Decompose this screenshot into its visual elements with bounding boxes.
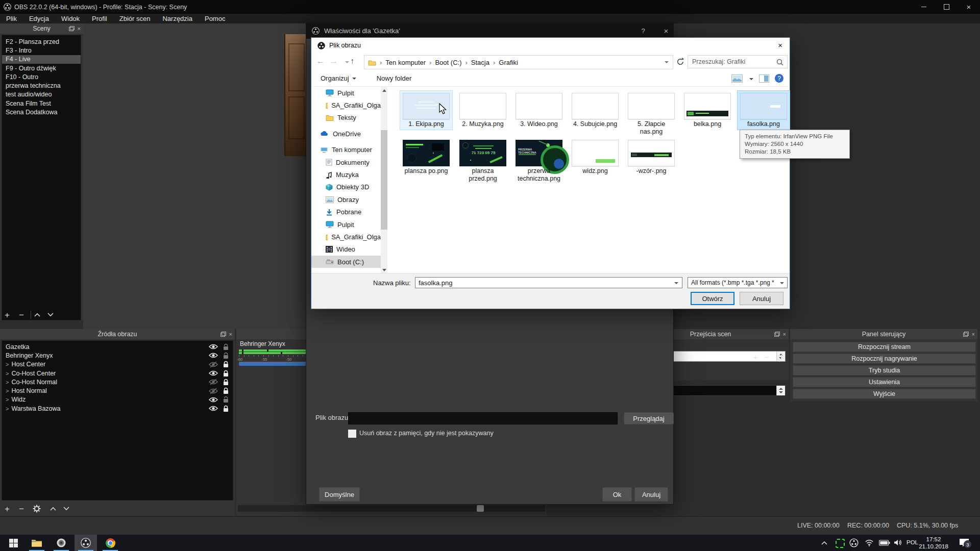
menu-profil[interactable]: Profil bbox=[86, 14, 113, 23]
sidebar-item-dokumenty[interactable]: Dokumenty bbox=[311, 156, 381, 168]
hidden-eye-icon[interactable] bbox=[208, 361, 218, 368]
source-properties-gear-icon[interactable] bbox=[33, 505, 41, 513]
dialog-help-button[interactable]: ? bbox=[635, 27, 651, 35]
start-button[interactable] bbox=[2, 535, 24, 551]
visible-eye-icon[interactable] bbox=[208, 343, 218, 350]
sidebar-item-sa-grafiki[interactable]: SA_Grafiki_Olga bbox=[311, 99, 381, 111]
source-row[interactable]: > Host Center bbox=[2, 360, 233, 369]
source-down-button[interactable] bbox=[62, 506, 70, 511]
battery-icon[interactable] bbox=[879, 540, 890, 546]
breadcrumb-item[interactable]: Ten komputer bbox=[385, 59, 426, 66]
visible-eye-icon[interactable] bbox=[208, 396, 218, 403]
browse-button[interactable]: Przeglądaj bbox=[624, 412, 674, 424]
sidebar-item-pulpit-2[interactable]: Pulpit bbox=[311, 218, 381, 231]
dock-float-icon[interactable] bbox=[220, 332, 226, 337]
source-row[interactable]: > Warstwa Bazowa bbox=[2, 404, 233, 413]
dock-close-icon[interactable]: × bbox=[229, 331, 232, 337]
up-icon[interactable]: ↑ bbox=[350, 57, 354, 66]
scene-row[interactable]: test audio/wideo bbox=[2, 90, 81, 99]
taskbar-chrome[interactable] bbox=[99, 535, 121, 551]
forward-icon[interactable]: → bbox=[330, 57, 338, 66]
filetype-select[interactable]: All formats (*.bmp *.tga *.png * bbox=[688, 277, 788, 288]
tray-obs-icon[interactable] bbox=[849, 538, 859, 547]
sidebar-item-pobrane[interactable]: Pobrane bbox=[311, 206, 381, 218]
add-transition-button[interactable]: + bbox=[753, 353, 758, 363]
organize-menu[interactable]: Organizuj bbox=[321, 74, 349, 82]
volume-icon[interactable] bbox=[894, 539, 903, 546]
sidebar-item-muzyka[interactable]: Muzyka bbox=[311, 168, 381, 181]
file-item-fasolka[interactable]: fasolka.png bbox=[738, 91, 790, 130]
filename-input[interactable]: fasolka.png bbox=[415, 277, 682, 288]
hidden-eye-icon[interactable] bbox=[208, 379, 218, 385]
dock-float-icon[interactable] bbox=[774, 332, 780, 337]
expand-icon[interactable]: > bbox=[6, 396, 9, 403]
scroll-up-icon[interactable] bbox=[382, 89, 386, 92]
unlocked-icon[interactable] bbox=[222, 396, 230, 403]
locked-icon[interactable] bbox=[222, 370, 230, 377]
source-row[interactable]: > Widz bbox=[2, 395, 233, 404]
menu-pomoc[interactable]: Pomoc bbox=[199, 14, 231, 23]
settings-button[interactable]: Ustawienia bbox=[793, 377, 976, 387]
scene-down-button[interactable] bbox=[46, 312, 55, 317]
taskbar-clock[interactable]: 17:52 21.10.2018 bbox=[915, 536, 952, 550]
address-dropdown-caret-icon[interactable] bbox=[665, 61, 669, 63]
sidebar-item-onedrive[interactable]: OneDrive bbox=[311, 128, 381, 140]
sidebar-item-boot-c[interactable]: Boot (C:) bbox=[311, 256, 381, 268]
sidebar-scrollbar[interactable] bbox=[381, 87, 387, 274]
breadcrumb-item[interactable]: Boot (C:) bbox=[435, 59, 461, 66]
mixer-scrollbar[interactable] bbox=[238, 505, 545, 512]
transition-gear-icon[interactable] bbox=[775, 354, 783, 362]
start-recording-button[interactable]: Rozpocznij nagrywanie bbox=[793, 354, 976, 364]
scene-row[interactable]: Scena Dodatkowa bbox=[2, 108, 81, 116]
back-icon[interactable]: ← bbox=[316, 57, 325, 66]
taskbar-obs-active[interactable] bbox=[75, 535, 97, 551]
visible-eye-icon[interactable] bbox=[208, 405, 218, 412]
scene-row[interactable]: Scena Film Test bbox=[2, 99, 81, 108]
hidden-eye-icon[interactable] bbox=[208, 388, 218, 394]
source-row[interactable]: Gazetka bbox=[2, 342, 233, 351]
source-row[interactable]: > Co-Host Normal bbox=[2, 378, 233, 386]
start-stream-button[interactable]: Rozpocznij stream bbox=[793, 342, 976, 352]
sidebar-item-pulpit[interactable]: Pulpit bbox=[311, 87, 381, 99]
dock-float-icon[interactable] bbox=[69, 26, 75, 31]
maximize-button[interactable] bbox=[935, 0, 958, 14]
scene-row[interactable]: F3 - Intro bbox=[2, 46, 81, 55]
visible-eye-icon[interactable] bbox=[208, 352, 218, 359]
source-row[interactable]: Behringer Xenyx bbox=[2, 351, 233, 360]
breadcrumb-item[interactable]: Grafiki bbox=[499, 59, 518, 66]
sidebar-item-obrazy[interactable]: Obrazy bbox=[311, 193, 381, 206]
scene-row[interactable]: F10 - Outro bbox=[2, 72, 81, 81]
new-folder-button[interactable]: Nowy folder bbox=[377, 74, 412, 82]
visible-eye-icon[interactable] bbox=[208, 370, 218, 377]
scene-row[interactable]: F2 - Plansza przed bbox=[2, 37, 81, 46]
mixer-scrollbar-grip[interactable] bbox=[477, 505, 484, 512]
taskbar-file-explorer[interactable] bbox=[26, 535, 48, 551]
locked-icon[interactable] bbox=[222, 361, 230, 368]
remove-transition-button[interactable]: − bbox=[764, 353, 769, 363]
locked-icon[interactable] bbox=[222, 405, 230, 412]
source-row[interactable]: > Host Normal bbox=[2, 386, 233, 395]
menu-plik[interactable]: Plik bbox=[0, 14, 23, 23]
view-options-caret-icon[interactable] bbox=[749, 78, 753, 80]
sidebar-item-wideo[interactable]: Wideo bbox=[311, 243, 381, 256]
search-input[interactable]: Przeszukaj: Grafiki bbox=[688, 55, 788, 68]
locked-icon[interactable] bbox=[222, 387, 230, 394]
dialog-close-icon[interactable]: × bbox=[778, 41, 782, 49]
sidebar-item-teksty[interactable]: Teksty bbox=[311, 112, 381, 124]
sidebar-item-obiekty-3d[interactable]: Obiekty 3D bbox=[311, 181, 381, 193]
cancel-button[interactable]: Anuluj bbox=[740, 292, 783, 305]
tray-expand-icon[interactable] bbox=[821, 541, 828, 545]
scene-row-selected[interactable]: F4 - Live bbox=[2, 55, 81, 64]
recent-locations-caret-icon[interactable] bbox=[345, 61, 349, 63]
preview-pane-icon[interactable] bbox=[759, 74, 769, 83]
dock-close-icon[interactable]: × bbox=[783, 331, 786, 337]
locked-icon[interactable] bbox=[222, 379, 230, 386]
close-button[interactable]: × bbox=[958, 0, 980, 14]
breadcrumb-item[interactable]: Stacja bbox=[471, 59, 489, 66]
view-thumbnails-icon[interactable] bbox=[731, 74, 743, 83]
wifi-icon[interactable] bbox=[865, 539, 874, 546]
action-center-icon[interactable]: 3 bbox=[959, 538, 969, 547]
expand-icon[interactable]: > bbox=[6, 370, 9, 377]
expand-icon[interactable]: > bbox=[6, 388, 9, 394]
scrollbar-thumb[interactable] bbox=[381, 130, 387, 230]
